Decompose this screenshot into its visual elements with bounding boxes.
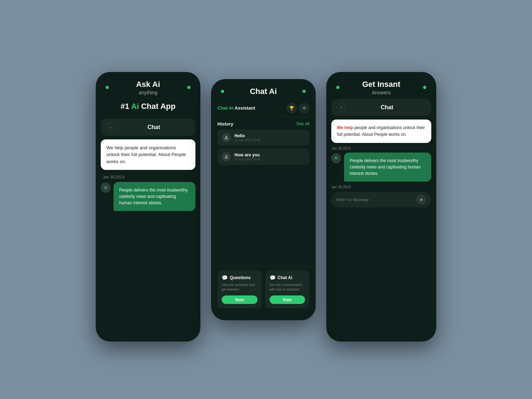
bottom-section: 💬 Questions Ask your questions and get a… <box>211 266 316 312</box>
center-dot-right <box>303 90 306 93</box>
left-chat-card-header: ‹ Chat <box>106 123 190 132</box>
left-phone-title: Ask Ai <box>136 80 160 89</box>
phone-right: Get Insant Answers ‹ Chat We help peop <box>326 72 436 342</box>
phone-left: Ask Ai anything #1 Ai Chat App ‹ Chat We… <box>96 72 200 342</box>
left-white-bubble-text: We help people and organisations unlock … <box>106 145 186 164</box>
center-dot-left <box>221 90 224 93</box>
left-white-bubble: We help people and organisations unlock … <box>101 139 195 170</box>
right-back-button[interactable]: ‹ <box>337 103 345 112</box>
right-white-bubble: We help people and organisations unlock … <box>331 120 431 143</box>
gear-icon: ⚙ <box>303 106 306 111</box>
left-back-icon: ‹ <box>110 125 111 130</box>
right-dot-left <box>336 86 339 89</box>
bottom-card-chat-ai-header: 💬 Chat Ai <box>270 275 305 281</box>
right-phone-title2: Answers <box>362 90 400 95</box>
history-avatar-1 <box>222 152 231 161</box>
history-item-0-date: 11 Apr 2023 10:01 <box>234 138 261 142</box>
right-chat-card: ‹ Chat <box>331 99 431 116</box>
left-back-button[interactable]: ‹ <box>106 123 115 132</box>
see-all-link[interactable]: See all <box>296 121 309 126</box>
bottom-card-questions: 💬 Questions Ask your questions and get a… <box>217 271 262 308</box>
history-item-0-info: Hello 11 Apr 2023 10:01 <box>234 133 261 142</box>
left-ai-avatar: Ai <box>101 183 111 193</box>
left-hero-chat-app: Chat App <box>141 102 176 111</box>
phone-center: Chat Ai Chat Ai Assistant 🏆 ⚙ <box>211 79 316 320</box>
right-ai-row: Ai People delivers the most trustworthy … <box>331 153 431 182</box>
right-chat-title: Chat <box>348 104 426 111</box>
left-green-bubble: People delivers the most trustworthy cel… <box>113 182 195 211</box>
header-icons: 🏆 ⚙ <box>287 103 309 113</box>
right-ai-avatar: Ai <box>331 153 341 163</box>
history-item-0-title: Hello <box>234 133 261 138</box>
chat-ai-icon: 💬 <box>270 275 276 281</box>
bottom-card-questions-header: 💬 Questions <box>222 275 257 281</box>
questions-desc: Ask your questions and get answers <box>222 283 257 292</box>
left-chat-card: ‹ Chat <box>101 119 195 136</box>
history-section: History See all Hello 11 Apr 2023 10:01 <box>211 117 316 170</box>
left-green-bubble-text: People delivers the most trustworthy cel… <box>119 188 188 205</box>
chat-ai-green: Chat Ai <box>217 105 233 111</box>
left-phone-subtitle: anything <box>136 90 160 95</box>
center-chat-header: Chat Ai Assistant 🏆 ⚙ <box>211 100 316 117</box>
right-date1: Jan 30,2023 <box>331 146 431 150</box>
history-item-1-date: 15 Apr 2023 10:01 <box>234 157 261 161</box>
left-date-label: Jan 30,2023 <box>96 173 200 181</box>
we-help-label: We help <box>337 125 353 130</box>
left-dot-left <box>106 86 109 89</box>
left-ai-message-row: Ai People delivers the most trustworthy … <box>96 181 200 212</box>
left-chat-title: Chat <box>118 124 190 131</box>
right-green-bubble-text: People delivers the most trustworthy cel… <box>350 158 421 176</box>
center-phone-header: Chat Ai <box>211 79 316 100</box>
right-dot-right <box>423 86 426 89</box>
bottom-card-chat-ai: 💬 Chat Ai Get info a conversation with y… <box>265 271 310 308</box>
left-hero-number: #1 Ai Chat App <box>103 102 193 111</box>
right-phone-inner: ‹ Chat We help people and organisations … <box>326 99 436 340</box>
left-hero: #1 Ai Chat App <box>96 99 200 116</box>
trophy-icon: 🏆 <box>289 106 294 111</box>
center-inner: Chat Ai Assistant 🏆 ⚙ History See all <box>211 100 316 312</box>
trophy-icon-btn[interactable]: 🏆 <box>287 103 297 113</box>
left-phone-header: Ask Ai anything <box>96 72 200 99</box>
left-dot-right <box>187 86 190 89</box>
right-back-icon: ‹ <box>340 105 342 110</box>
chat-ai-desc: Get info a conversation with your Ai ass… <box>270 283 305 292</box>
history-item-0[interactable]: Hello 11 Apr 2023 10:01 <box>217 129 309 146</box>
right-phone-header: Get Insant Answers <box>326 72 436 99</box>
history-item-1[interactable]: How are you 15 Apr 2023 10:01 <box>217 149 309 165</box>
chat-ai-start-button[interactable]: Start <box>270 295 305 304</box>
chat-ai-card-title: Chat Ai <box>278 275 293 280</box>
questions-start-button[interactable]: Start <box>222 295 257 304</box>
history-item-1-info: How are you 15 Apr 2023 10:01 <box>234 153 261 161</box>
questions-icon: 💬 <box>222 275 228 281</box>
questions-title: Questions <box>230 275 251 280</box>
right-green-bubble: People delivers the most trustworthy cel… <box>344 153 431 182</box>
message-input-row: ➤ <box>331 192 431 207</box>
right-phone-title1: Get Insant <box>362 80 400 89</box>
history-label: History <box>217 121 233 127</box>
send-icon: ➤ <box>420 197 423 202</box>
gear-icon-btn[interactable]: ⚙ <box>299 103 309 113</box>
history-item-1-title: How are you <box>234 153 261 157</box>
right-chat-card-header: ‹ Chat <box>337 103 426 112</box>
center-chat-header-title: Chat Ai Assistant <box>217 105 255 111</box>
bottom-cards: 💬 Questions Ask your questions and get a… <box>217 271 309 308</box>
phones-container: Ask Ai anything #1 Ai Chat App ‹ Chat We… <box>0 0 532 399</box>
history-header: History See all <box>217 121 309 127</box>
right-date2: Jan 30,2023 <box>331 185 431 189</box>
assistant-label: Assistant <box>233 105 255 111</box>
left-hero-ai: Ai <box>131 102 139 111</box>
message-input[interactable] <box>336 198 414 202</box>
history-avatar-0 <box>222 133 231 142</box>
center-phone-title: Chat Ai <box>250 87 277 96</box>
send-button[interactable]: ➤ <box>416 195 426 205</box>
